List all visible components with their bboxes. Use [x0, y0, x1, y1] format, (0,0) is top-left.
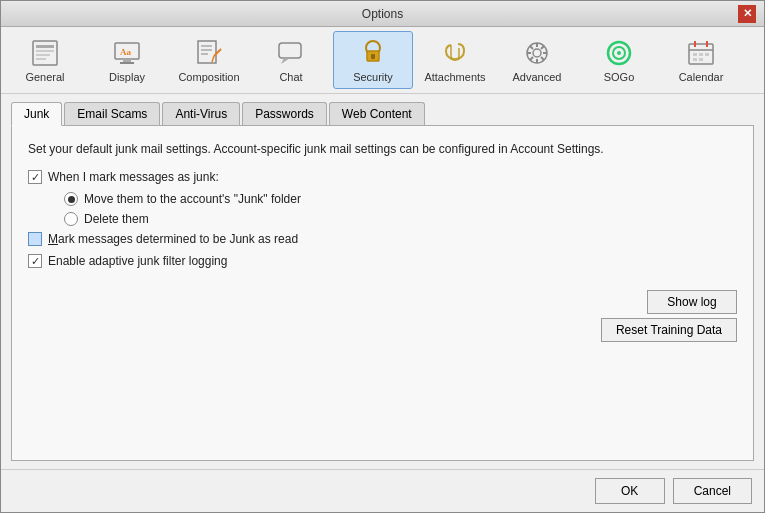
svg-rect-0: [33, 41, 57, 65]
attachments-label: Attachments: [424, 71, 485, 83]
svg-text:Aa: Aa: [120, 47, 131, 57]
move-option-label: Move them to the account's "Junk" folder: [84, 192, 301, 206]
svg-rect-19: [371, 54, 375, 59]
svg-rect-37: [693, 53, 697, 56]
action-buttons: Show log Reset Training Data: [601, 170, 737, 342]
when-mark-row: When I mark messages as junk:: [28, 170, 601, 184]
toolbar: General Aa Display: [1, 27, 764, 94]
mark-as-read-row: Mark messages determined to be Junk as r…: [28, 232, 601, 246]
svg-line-29: [530, 57, 533, 60]
window-title: Options: [27, 7, 738, 21]
calendar-icon: [685, 37, 717, 69]
enable-logging-checkbox[interactable]: [28, 254, 42, 268]
composition-icon: [193, 37, 225, 69]
svg-rect-41: [699, 58, 703, 61]
advanced-icon: [521, 37, 553, 69]
ok-button[interactable]: OK: [595, 478, 665, 504]
svg-point-32: [617, 51, 621, 55]
security-icon: [357, 37, 389, 69]
when-mark-checkbox[interactable]: [28, 170, 42, 184]
mark-as-read-checkbox[interactable]: [28, 232, 42, 246]
calendar-label: Calendar: [679, 71, 724, 83]
svg-rect-15: [279, 43, 301, 58]
title-bar: Options ✕: [1, 1, 764, 27]
display-label: Display: [109, 71, 145, 83]
junk-description: Set your default junk mail settings. Acc…: [28, 142, 737, 156]
svg-rect-39: [705, 53, 709, 56]
toolbar-item-composition[interactable]: Composition: [169, 31, 249, 89]
when-mark-label: When I mark messages as junk:: [48, 170, 219, 184]
mark-as-read-label: Mark messages determined to be Junk as r…: [48, 232, 298, 246]
svg-rect-7: [120, 62, 134, 64]
composition-label: Composition: [178, 71, 239, 83]
toolbar-item-general[interactable]: General: [5, 31, 85, 89]
svg-rect-2: [36, 50, 54, 52]
attachments-icon: [439, 37, 471, 69]
svg-rect-40: [693, 58, 697, 61]
svg-point-21: [533, 49, 541, 57]
sogo-icon: [603, 37, 635, 69]
cancel-button[interactable]: Cancel: [673, 478, 752, 504]
toolbar-item-attachments[interactable]: Attachments: [415, 31, 495, 89]
svg-rect-6: [123, 59, 131, 62]
reset-training-button[interactable]: Reset Training Data: [601, 318, 737, 342]
options-window: Options ✕ General: [0, 0, 765, 513]
close-button[interactable]: ✕: [738, 5, 756, 23]
footer: OK Cancel: [1, 469, 764, 512]
toolbar-item-calendar[interactable]: Calendar: [661, 31, 741, 89]
content-area: Junk Email Scams Anti-Virus Passwords We…: [1, 94, 764, 469]
junk-options: When I mark messages as junk: Move them …: [28, 170, 737, 342]
delete-option-row: Delete them: [64, 212, 601, 226]
delete-radio[interactable]: [64, 212, 78, 226]
svg-rect-38: [699, 53, 703, 56]
tab-web-content[interactable]: Web Content: [329, 102, 425, 126]
toolbar-item-sogo[interactable]: SOGo: [579, 31, 659, 89]
toolbar-item-display[interactable]: Aa Display: [87, 31, 167, 89]
tab-junk[interactable]: Junk: [11, 102, 62, 126]
security-label: Security: [353, 71, 393, 83]
general-label: General: [25, 71, 64, 83]
tab-bar: Junk Email Scams Anti-Virus Passwords We…: [11, 102, 754, 126]
options-left: When I mark messages as junk: Move them …: [28, 170, 601, 342]
tab-passwords[interactable]: Passwords: [242, 102, 327, 126]
display-icon: Aa: [111, 37, 143, 69]
svg-line-28: [541, 46, 544, 49]
toolbar-item-chat[interactable]: Chat: [251, 31, 331, 89]
show-log-button[interactable]: Show log: [647, 290, 737, 314]
svg-line-13: [214, 49, 221, 56]
tab-email-scams[interactable]: Email Scams: [64, 102, 160, 126]
sogo-label: SOGo: [604, 71, 635, 83]
move-radio[interactable]: [64, 192, 78, 206]
enable-logging-row: Enable adaptive junk filter logging: [28, 254, 601, 268]
toolbar-item-security[interactable]: Security: [333, 31, 413, 89]
toolbar-item-advanced[interactable]: Advanced: [497, 31, 577, 89]
svg-rect-3: [36, 54, 50, 56]
svg-rect-1: [36, 45, 54, 48]
enable-logging-label: Enable adaptive junk filter logging: [48, 254, 227, 268]
tab-anti-virus[interactable]: Anti-Virus: [162, 102, 240, 126]
delete-option-label: Delete them: [84, 212, 149, 226]
general-icon: [29, 37, 61, 69]
svg-line-14: [212, 56, 214, 62]
junk-tab-content: Set your default junk mail settings. Acc…: [11, 125, 754, 461]
svg-line-27: [541, 57, 544, 60]
chat-icon: [275, 37, 307, 69]
svg-marker-16: [281, 58, 290, 64]
svg-rect-4: [36, 58, 46, 60]
svg-line-26: [530, 46, 533, 49]
advanced-label: Advanced: [513, 71, 562, 83]
chat-label: Chat: [279, 71, 302, 83]
move-option-row: Move them to the account's "Junk" folder: [64, 192, 601, 206]
